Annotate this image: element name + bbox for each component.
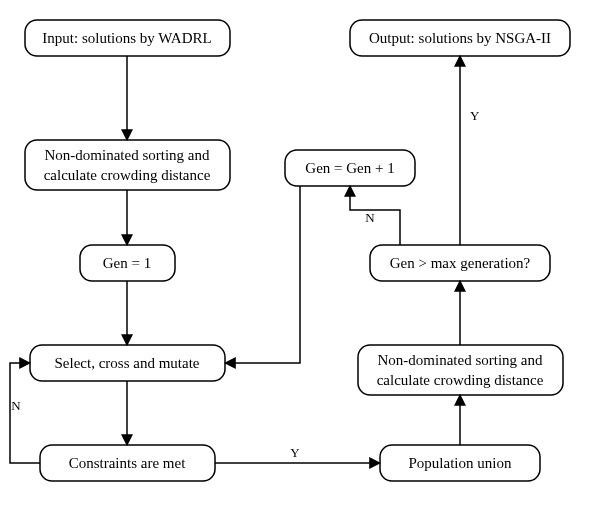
node-sort1-line2: calculate crowding distance (44, 167, 211, 183)
edge-constraints-yes-label: Y (290, 445, 300, 460)
edge-gentest-no-label: N (365, 210, 375, 225)
edge-geninc-select (225, 186, 300, 363)
node-sort2: Non-dominated sorting and calculate crow… (358, 345, 563, 395)
node-popunion-label: Population union (409, 455, 512, 471)
node-select-label: Select, cross and mutate (55, 355, 200, 371)
node-geninc: Gen = Gen + 1 (285, 150, 415, 186)
edge-gentest-yes-label: Y (470, 108, 480, 123)
node-constraints: Constraints are met (40, 445, 215, 481)
node-output: Output: solutions by NSGA-II (350, 20, 570, 56)
node-output-label: Output: solutions by NSGA-II (369, 30, 551, 46)
node-sort1: Non-dominated sorting and calculate crow… (25, 140, 230, 190)
node-geninc-label: Gen = Gen + 1 (305, 160, 394, 176)
node-input-label: Input: solutions by WADRL (42, 30, 211, 46)
node-sort1-line1: Non-dominated sorting and (45, 147, 210, 163)
node-sort2-line2: calculate crowding distance (377, 372, 544, 388)
node-constraints-label: Constraints are met (69, 455, 186, 471)
node-popunion: Population union (380, 445, 540, 481)
node-input: Input: solutions by WADRL (25, 20, 230, 56)
node-select: Select, cross and mutate (30, 345, 225, 381)
node-sort2-line1: Non-dominated sorting and (378, 352, 543, 368)
node-geninit-label: Gen = 1 (103, 255, 151, 271)
edge-gentest-no (350, 186, 400, 245)
edge-constraints-no-label: N (11, 398, 21, 413)
node-geninit: Gen = 1 (80, 245, 175, 281)
node-gentest-label: Gen > max generation? (390, 255, 531, 271)
node-gentest: Gen > max generation? (370, 245, 550, 281)
